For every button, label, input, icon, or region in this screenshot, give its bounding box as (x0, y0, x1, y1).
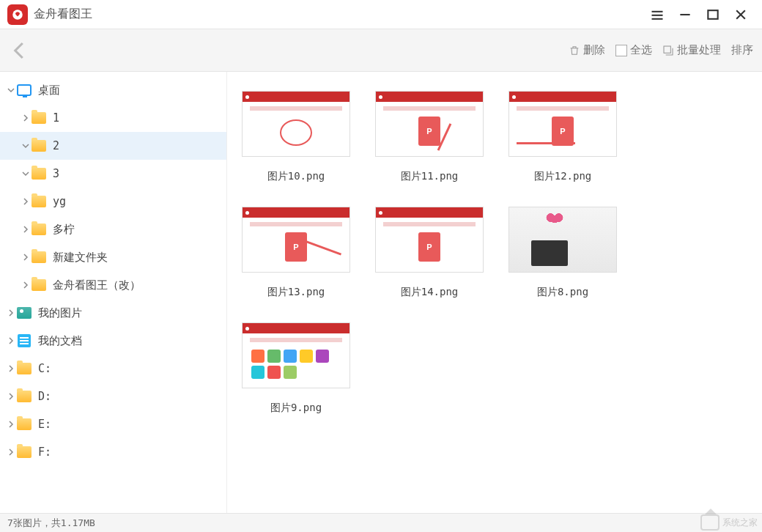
main: 桌面123yg多柠新建文件夹金舟看图王（改）我的图片我的文档C:D:E:F: 图… (0, 72, 762, 513)
delete-label: 删除 (583, 43, 605, 57)
thumbnail-item[interactable]: P图片14.png (374, 207, 485, 299)
tree-item-label: 我的文档 (38, 334, 82, 348)
tree-item-label: 我的图片 (38, 306, 82, 320)
chevron-down-icon[interactable] (21, 142, 31, 149)
content-area: 图片10.pngP图片11.pngP图片12.pngP图片13.pngP图片14… (227, 72, 762, 513)
tree-item-label: E: (38, 418, 51, 431)
thumbnail-image (242, 322, 350, 388)
tree-item-label: C: (38, 362, 51, 375)
thumbnail-label: 图片10.png (267, 170, 325, 183)
folder-icon (31, 110, 47, 126)
tree-item-label: yg (53, 195, 66, 208)
app-logo-icon (7, 4, 28, 25)
sidebar: 桌面123yg多柠新建文件夹金舟看图王（改）我的图片我的文档C:D:E:F: (0, 72, 227, 513)
tree-item-1[interactable]: 1 (0, 104, 226, 132)
svg-rect-5 (708, 10, 717, 19)
checkbox-icon (615, 45, 627, 56)
desktop-icon (16, 82, 32, 98)
thumbnail-image: P (508, 91, 617, 157)
folder-icon (31, 249, 47, 265)
folder-icon (31, 221, 47, 237)
tree-item-6[interactable]: 新建文件夹 (0, 243, 226, 271)
tree-item-12[interactable]: E: (0, 410, 226, 438)
thumbnail-item[interactable]: 图片8.png (507, 207, 618, 299)
thumbnail-item[interactable]: 图片9.png (240, 322, 352, 415)
trash-icon (569, 45, 580, 56)
tree-item-label: 多柠 (53, 223, 75, 237)
toolbar: 删除 全选 批量处理 排序 (0, 29, 762, 72)
minimize-button[interactable] (671, 0, 699, 29)
back-button[interactable] (9, 40, 31, 62)
chevron-down-icon[interactable] (6, 86, 16, 94)
tree-item-7[interactable]: 金舟看图王（改） (0, 271, 226, 299)
tree-item-label: 桌面 (38, 84, 60, 97)
batch-icon (662, 45, 674, 56)
folder-icon (31, 193, 47, 210)
select-all-button[interactable]: 全选 (615, 43, 652, 57)
tree-item-label: D: (38, 390, 51, 403)
tree-item-label: F: (38, 446, 51, 459)
thumbnail-item[interactable]: P图片12.png (507, 91, 618, 183)
thumbnail-label: 图片13.png (267, 286, 325, 299)
thumbnail-image (508, 207, 617, 273)
thumbnail-image (242, 91, 350, 157)
batch-label: 批量处理 (677, 43, 721, 57)
tree-item-2[interactable]: 2 (0, 132, 226, 160)
delete-button[interactable]: 删除 (569, 43, 605, 57)
pictures-icon (16, 305, 32, 321)
menu-button[interactable] (643, 0, 671, 29)
tree-item-5[interactable]: 多柠 (0, 215, 226, 243)
thumbnail-label: 图片14.png (401, 286, 459, 299)
thumbnail-item[interactable]: P图片11.png (374, 91, 485, 183)
tree-item-8[interactable]: 我的图片 (0, 299, 226, 327)
folder-icon (16, 416, 32, 432)
documents-icon (16, 333, 32, 349)
svg-rect-8 (664, 46, 670, 53)
chevron-right-icon[interactable] (6, 337, 16, 344)
chevron-down-icon[interactable] (21, 170, 31, 177)
chevron-right-icon[interactable] (21, 226, 31, 233)
sort-button[interactable]: 排序 (731, 43, 753, 57)
thumbnail-image: P (375, 207, 484, 273)
tree-item-10[interactable]: C: (0, 355, 226, 383)
chevron-right-icon[interactable] (21, 198, 31, 205)
chevron-right-icon[interactable] (6, 448, 16, 456)
status-text: 7张图片，共1.17MB (7, 517, 95, 530)
tree-item-label: 2 (53, 139, 59, 152)
tree-item-4[interactable]: yg (0, 188, 226, 215)
thumbnail-image: P (375, 91, 484, 157)
tree-item-3[interactable]: 3 (0, 160, 226, 188)
select-all-label: 全选 (630, 43, 652, 57)
folder-icon (16, 388, 32, 404)
thumbnail-label: 图片8.png (537, 286, 588, 299)
tree-item-9[interactable]: 我的文档 (0, 327, 226, 355)
chevron-right-icon[interactable] (21, 281, 31, 289)
thumbnail-item[interactable]: P图片13.png (240, 207, 352, 299)
thumbnail-label: 图片11.png (401, 170, 459, 183)
tree-item-label: 金舟看图王（改） (53, 278, 141, 292)
thumbnail-label: 图片9.png (270, 402, 322, 415)
chevron-right-icon[interactable] (6, 421, 16, 428)
batch-button[interactable]: 批量处理 (662, 43, 721, 57)
folder-icon (31, 138, 47, 154)
tree-item-0[interactable]: 桌面 (0, 76, 226, 104)
thumbnail-item[interactable]: 图片10.png (240, 91, 352, 183)
chevron-right-icon[interactable] (6, 309, 16, 317)
folder-icon (16, 444, 32, 460)
app-title: 金舟看图王 (34, 7, 92, 22)
close-button[interactable] (727, 0, 755, 29)
chevron-right-icon[interactable] (21, 254, 31, 261)
chevron-right-icon[interactable] (6, 393, 16, 400)
tree-item-label: 新建文件夹 (53, 251, 108, 265)
thumbnail-label: 图片12.png (534, 170, 592, 183)
chevron-right-icon[interactable] (6, 365, 16, 372)
folder-icon (16, 361, 32, 377)
tree-item-label: 1 (53, 111, 59, 125)
tree-item-label: 3 (53, 167, 59, 180)
folder-icon (31, 277, 47, 293)
chevron-right-icon[interactable] (21, 114, 31, 122)
maximize-button[interactable] (699, 0, 727, 29)
folder-icon (31, 166, 47, 182)
tree-item-13[interactable]: F: (0, 438, 226, 466)
tree-item-11[interactable]: D: (0, 383, 226, 410)
